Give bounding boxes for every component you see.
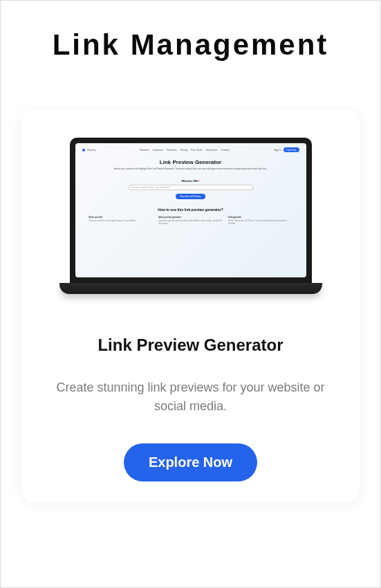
laptop-screen: Replug Features Industries Solutions Pri…: [70, 138, 312, 283]
mockup-hero-title: Link Preview Generator: [82, 159, 299, 165]
mockup-col-title: Add a preview generator: [158, 216, 223, 219]
mockup-url-input: Enter your website or URL to get started…: [129, 185, 253, 190]
mockup-col-text: Hit the "Generate Link Preview" button a…: [228, 220, 292, 225]
laptop-mockup: Replug Features Industries Solutions Pri…: [70, 138, 312, 294]
mockup-nav: Replug Features Industries Solutions Pri…: [82, 147, 299, 152]
nav-item: Features: [140, 149, 149, 151]
card-title: Link Preview Generator: [42, 336, 339, 355]
nav-item: Free Tools: [191, 149, 202, 151]
signup-button: Try for free: [284, 147, 299, 152]
nav-item: Contact: [221, 149, 229, 151]
brand-logo-icon: [82, 149, 85, 151]
nav-item: Pricing: [180, 149, 188, 151]
mockup-hero-subtitle: Amaze your audience with Replug's Free L…: [82, 168, 299, 171]
mockup-columns: Enter your link Paste your URL in the de…: [82, 216, 299, 225]
nav-item: Industries: [153, 149, 163, 151]
signin-link: Sign In: [274, 149, 281, 151]
mockup-col-text: Customize your link preview with an uplo…: [158, 220, 223, 225]
mockup-url-label: Website URL*: [82, 179, 299, 183]
mockup-generate-button: Generate Link Preview: [176, 194, 205, 199]
nav-item: Resources: [206, 149, 218, 151]
explore-button[interactable]: Explore Now: [124, 443, 257, 481]
mockup-col: Enter your link Paste your URL in the de…: [89, 216, 154, 225]
screen-content: Replug Features Industries Solutions Pri…: [75, 143, 306, 277]
nav-item: Solutions: [167, 149, 176, 151]
mockup-col-title: Enter your link: [89, 216, 154, 219]
feature-card: Replug Features Industries Solutions Pri…: [21, 110, 360, 502]
mockup-col: Add a preview generator Customize your l…: [158, 216, 223, 225]
mockup-col: Click generate Hit the "Generate Link Pr…: [228, 216, 292, 225]
page-title: Link Management: [21, 28, 360, 62]
brand-name: Replug: [88, 149, 95, 151]
mockup-col-title: Click generate: [228, 216, 292, 219]
card-description: Create stunning link previews for your w…: [42, 378, 339, 416]
laptop-base: [59, 283, 322, 294]
mockup-col-text: Paste your URL in the designated space. …: [89, 220, 154, 223]
mockup-howto-title: How to use this link preview generator?: [82, 208, 299, 212]
